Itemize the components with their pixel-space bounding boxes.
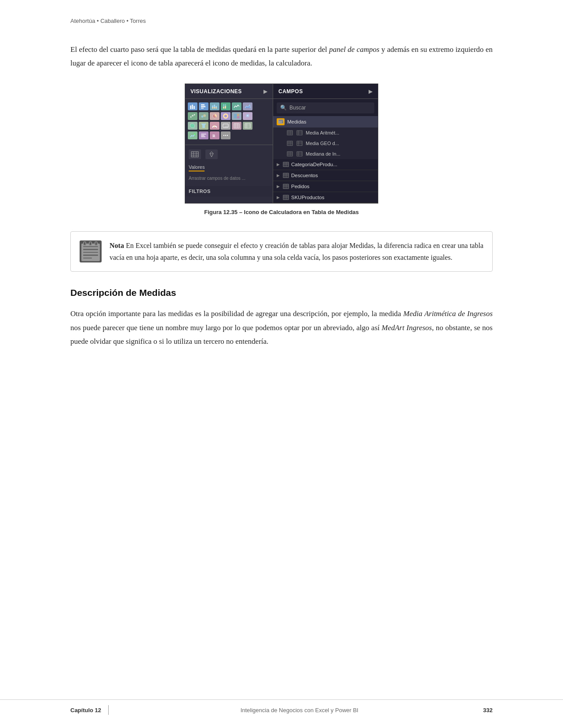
search-placeholder: Buscar [289,105,306,111]
svg-rect-3 [201,104,205,106]
svg-point-19 [201,115,204,117]
viz-icon-table[interactable] [232,122,241,130]
search-bar[interactable]: 🔍 Buscar [277,102,374,113]
viz-icon-treemap[interactable] [232,112,241,120]
svg-point-17 [192,115,194,116]
subitem-icon-1 [286,130,293,136]
footer-chapter: Capítulo 12 [70,707,101,713]
viz-icon-filledmap[interactable] [188,122,197,130]
viz-icon-funnel[interactable] [199,122,208,130]
viz-icon-col[interactable] [199,102,208,110]
viz-row-1 [188,102,270,110]
viz-icon-scatter[interactable] [188,112,197,120]
svg-point-18 [194,114,195,115]
viz-icon-bar[interactable] [188,102,197,110]
figure-container: VISUALIZACIONES ▶ [70,84,493,215]
viz-icon-matrix[interactable] [243,122,252,130]
valores-paint-icon[interactable] [205,149,218,159]
page-header: Atehortúa • Caballero • Torres [70,18,493,32]
medidas-label: Medidas [287,119,306,124]
svg-rect-67 [297,131,302,135]
svg-rect-31 [234,124,239,128]
body-paragraph-2: Otra opción importante para las medidas … [70,307,493,348]
calculator-icon [277,118,285,125]
svg-rect-8 [214,105,215,107]
visualizaciones-arrow: ▶ [263,88,267,95]
svg-rect-99 [283,184,289,189]
campos-header: CAMPOS ▶ [273,84,378,99]
subitem-mediana[interactable]: Mediana de In... [273,149,378,159]
subitem-icon-3 [286,151,293,157]
viz-icon-area[interactable] [243,102,252,110]
viz-icon-more[interactable] [221,131,230,139]
note-text: Nota En Excel también se puede conseguir… [110,240,483,263]
svg-point-40 [194,133,196,135]
svg-rect-1 [192,105,193,109]
viz-icon-r-visual[interactable]: R [210,131,219,139]
note-label: Nota [110,242,124,249]
svg-rect-61 [279,120,283,121]
viz-icon-card[interactable]: 123 [221,122,230,130]
figure-caption: Figura 12.35 – Icono de Calculadora en T… [204,209,359,215]
filtros-bar: FILTROS [185,186,273,197]
body-paragraph-1: El efecto del cuarto paso será que la ta… [70,43,493,70]
svg-rect-59 [280,123,281,124]
group-descuentos[interactable]: ▶ Descuentos [273,170,378,181]
svg-rect-2 [194,106,195,109]
svg-rect-41 [201,134,206,135]
values-section: Valores Arrastrar campos de datos ... [185,145,273,185]
viz-icon-100pct[interactable] [221,102,230,110]
viz-icon-map[interactable] [243,112,252,120]
drag-placeholder: Arrastrar campos de datos ... [189,174,269,182]
svg-rect-0 [190,106,191,109]
viz-icon-bubble[interactable] [199,112,208,120]
svg-point-46 [225,135,226,136]
subitem-label-1: Media Aritmét... [306,130,339,135]
viz-icons-grid: 123 [185,99,273,145]
svg-rect-26 [237,116,239,118]
viz-icon-stacked[interactable] [210,102,219,110]
svg-rect-7 [212,107,213,109]
section-heading: Descripción de Medidas [70,288,493,298]
group-icon-pedidos [282,183,289,189]
valores-grid-icon[interactable] [189,149,201,159]
subitem-label-3: Mediana de In... [306,151,340,157]
group-categoria[interactable]: ▶ CategoriaDeProdu... [273,159,378,170]
svg-text:123: 123 [224,125,228,127]
group-skuproductos[interactable]: ▶ SKUProductos [273,192,378,203]
viz-row-2 [188,112,270,120]
viz-icon-donut[interactable] [221,112,230,120]
subitem-label-2: Media GEO d... [306,141,339,146]
chevron-skuproductos: ▶ [277,195,280,200]
viz-icon-gauge[interactable] [210,122,219,130]
values-label: Valores [189,164,205,171]
subitem-media-aritmet[interactable]: Media Aritmét... [273,127,378,138]
group-pedidos[interactable]: ▶ Pedidos [273,181,378,192]
campos-panel: CAMPOS ▶ 🔍 Buscar [273,84,378,203]
chevron-categoria: ▶ [277,162,280,167]
svg-rect-13 [223,107,224,109]
svg-rect-43 [201,136,205,137]
svg-point-45 [223,135,224,136]
subitem-media-geo[interactable]: Media GEO d... [273,138,378,149]
subitem-icon-1b [296,130,303,136]
svg-rect-57 [282,121,282,122]
svg-rect-15 [225,106,226,109]
subitem-icon-3b [296,151,303,157]
group-label-pedidos: Pedidos [291,184,310,189]
viz-icon-kpi[interactable] [188,131,197,139]
viz-row-3: 123 [188,122,270,130]
svg-rect-36 [245,124,250,128]
medidas-group-item[interactable]: Medidas [273,116,378,127]
italic-medart-ingresos: MedArt Ingresos [382,324,432,332]
svg-rect-62 [287,131,292,135]
svg-point-16 [190,116,192,117]
viz-icon-pie[interactable] [210,112,219,120]
svg-rect-9 [214,107,215,109]
search-icon: 🔍 [280,105,287,111]
viz-icon-slicer[interactable] [199,131,208,139]
authors-text: Atehortúa • Caballero • Torres [70,18,146,24]
svg-rect-58 [279,123,280,124]
svg-rect-25 [237,114,239,116]
viz-icon-line[interactable] [232,102,241,110]
